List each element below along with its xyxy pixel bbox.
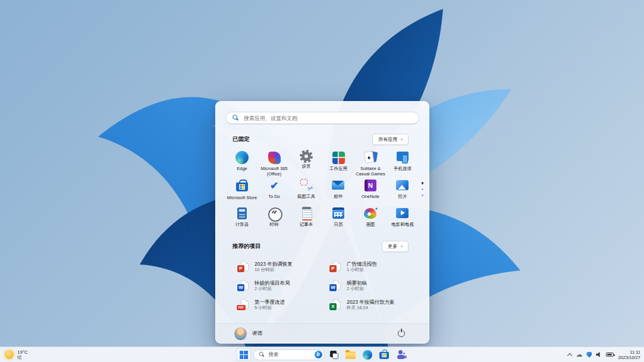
start-button[interactable]	[237, 348, 251, 361]
pinned-app-calculator[interactable]: 计算器	[226, 204, 258, 232]
all-apps-button[interactable]: 所有应用 ›	[372, 134, 409, 145]
edge-icon	[363, 350, 372, 360]
task-view-button[interactable]	[327, 348, 341, 361]
app-label: Edge	[227, 166, 257, 172]
pinned-app-mail[interactable]: 邮件	[322, 177, 354, 204]
edge-icon	[234, 150, 250, 165]
pinned-app-settings[interactable]: 设置	[290, 149, 322, 177]
chevron-right-icon: ›	[401, 137, 403, 142]
sun-icon	[5, 350, 14, 359]
settings-icon	[300, 150, 313, 163]
pinned-app-paint[interactable]: 画图	[354, 204, 387, 232]
task-view-icon	[330, 351, 338, 359]
pinned-app-store[interactable]: Microsoft Store	[226, 177, 258, 204]
photos-icon	[395, 178, 410, 193]
app-label: 截图工具	[291, 194, 322, 200]
word-file-icon: W	[329, 280, 341, 291]
pinned-app-notepad[interactable]: 记事本	[290, 204, 322, 232]
app-label: 电影和电视	[387, 222, 418, 228]
app-label: Microsoft Store	[227, 196, 257, 201]
user-account-button[interactable]: 谢德	[234, 328, 262, 340]
user-avatar	[234, 328, 247, 340]
recommended-item[interactable]: PDF第一季度改进5 小时前	[236, 295, 326, 314]
notepad-icon	[299, 206, 314, 221]
file-title: 2023 年按揭付款方案	[347, 299, 395, 305]
hidden-icons-chevron-icon[interactable]	[567, 353, 572, 358]
pinned-section-title: 已固定	[233, 136, 250, 143]
page-dot[interactable]	[422, 188, 423, 190]
recommended-item[interactable]: P2023 年协调恢复10 分钟前	[236, 257, 326, 276]
file-title: 2023 年协调恢复	[255, 261, 293, 267]
file-title: 钟姣的项目布局	[255, 280, 290, 286]
file-timestamp: 2 小时前	[347, 286, 367, 291]
recommended-section-title: 推荐的项目	[233, 243, 261, 250]
file-timestamp: 10 分钟前	[255, 267, 293, 272]
pinned-apps-grid: EdgeMicrosoft 365 (Office)设置工作应用Solitair…	[226, 149, 420, 232]
onedrive-cloud-icon[interactable]: ☁	[576, 351, 582, 358]
security-shield-icon[interactable]	[586, 352, 592, 358]
pinned-app-m365[interactable]: Microsoft 365 (Office)	[258, 149, 290, 177]
search-icon	[259, 352, 264, 357]
teams-icon	[396, 350, 406, 359]
tray-time: 11:11	[618, 350, 640, 355]
pinned-app-clock[interactable]: 时钟	[258, 204, 290, 232]
pinned-app-onenote[interactable]: OneNote	[354, 177, 387, 204]
system-tray: ☁ 11:11 2023/10/27	[568, 347, 644, 362]
app-label: 时钟	[259, 222, 290, 228]
app-label: 照片	[387, 194, 418, 200]
file-explorer-button[interactable]	[344, 348, 358, 361]
app-label: 日历	[323, 222, 354, 228]
file-timestamp: 昨天 16:24	[347, 305, 395, 310]
pinned-app-workapps[interactable]: 工作应用	[322, 149, 354, 177]
pinned-app-edge[interactable]: Edge	[226, 149, 258, 177]
power-button[interactable]	[394, 326, 409, 341]
widgets-weather-button[interactable]: 19°C 晴	[0, 350, 28, 360]
battery-icon[interactable]	[606, 352, 614, 357]
volume-icon[interactable]	[596, 352, 602, 358]
store-icon	[234, 179, 250, 194]
start-search-input[interactable]	[244, 115, 402, 121]
pinned-app-movies[interactable]: 电影和电视	[387, 204, 419, 232]
pinned-app-todo[interactable]: To Do	[258, 177, 290, 204]
start-search-box[interactable]	[225, 112, 419, 124]
pinned-app-photos[interactable]: 照片	[387, 177, 419, 204]
recommended-item[interactable]: W纲要初稿2 小时前	[328, 276, 418, 295]
recommended-items-grid: P2023 年协调恢复10 分钟前P广告情况报告1 小时前W钟姣的项目布局2 小…	[236, 257, 418, 314]
recommended-item[interactable]: P广告情况报告1 小时前	[328, 257, 418, 276]
file-timestamp: 1 小时前	[347, 267, 377, 272]
page-dot[interactable]	[422, 194, 423, 196]
file-title: 第一季度改进	[255, 299, 285, 305]
excel-file-icon: X	[329, 299, 341, 310]
edge-taskbar-button[interactable]	[360, 348, 375, 361]
taskbar-clock[interactable]: 11:11 2023/10/27	[618, 350, 640, 360]
movies-icon	[395, 206, 410, 221]
weather-temperature: 19°C	[17, 350, 28, 355]
teams-taskbar-button[interactable]	[394, 348, 408, 361]
more-button[interactable]: 更多 ›	[382, 241, 409, 252]
app-label: 计算器	[227, 222, 257, 228]
ppt-file-icon: P	[237, 261, 249, 272]
solitaire-icon	[363, 150, 378, 165]
pinned-page-indicator[interactable]	[422, 182, 424, 196]
chevron-right-icon: ›	[401, 244, 403, 249]
file-title: 广告情况报告	[347, 261, 377, 267]
app-label: OneNote	[355, 194, 386, 200]
all-apps-label: 所有应用	[378, 136, 397, 143]
app-label: 工作应用	[323, 166, 354, 172]
calendar-icon	[331, 206, 346, 221]
start-menu-footer: 谢德	[216, 323, 429, 343]
store-taskbar-button[interactable]	[377, 348, 391, 361]
recommended-item[interactable]: X2023 年按揭付款方案昨天 16:24	[328, 295, 418, 314]
pinned-app-solitaire[interactable]: Solitaire & Casual Games	[354, 149, 387, 177]
taskbar-search-box[interactable]: 搜索 b	[253, 350, 325, 360]
page-dot[interactable]	[422, 182, 424, 184]
store-icon	[379, 350, 389, 360]
pinned-app-snip[interactable]: 截图工具	[290, 177, 322, 204]
ppt-file-icon: P	[329, 261, 341, 272]
pinned-app-phone[interactable]: 手机连接	[387, 149, 419, 177]
pinned-app-calendar[interactable]: 日历	[322, 204, 354, 232]
tray-date: 2023/10/27	[618, 355, 640, 360]
recommended-item[interactable]: W钟姣的项目布局2 小时前	[236, 276, 326, 295]
app-label: 邮件	[323, 194, 354, 200]
taskbar: 19°C 晴 搜索 b ☁	[0, 347, 644, 362]
